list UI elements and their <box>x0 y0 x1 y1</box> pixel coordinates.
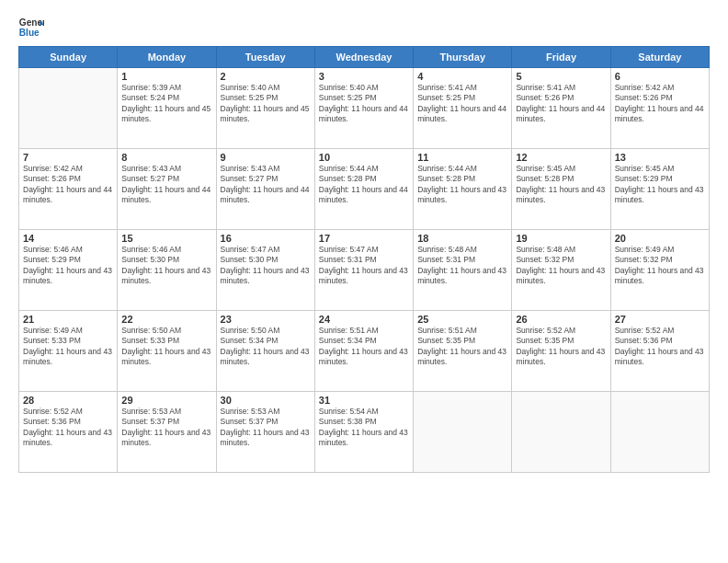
svg-text:Blue: Blue <box>19 28 40 38</box>
calendar-cell: 20Sunrise: 5:49 AMSunset: 5:32 PMDayligh… <box>610 230 709 311</box>
day-number: 8 <box>121 152 211 163</box>
day-number: 14 <box>23 233 113 244</box>
calendar-cell <box>610 392 709 473</box>
calendar-cell: 17Sunrise: 5:47 AMSunset: 5:31 PMDayligh… <box>314 230 413 311</box>
day-number: 4 <box>417 71 507 82</box>
day-number: 12 <box>516 152 606 163</box>
calendar-cell: 25Sunrise: 5:51 AMSunset: 5:35 PMDayligh… <box>414 311 512 392</box>
week-row-5: 28Sunrise: 5:52 AMSunset: 5:36 PMDayligh… <box>19 392 710 473</box>
column-header-monday: Monday <box>118 47 216 68</box>
calendar-cell: 9Sunrise: 5:43 AMSunset: 5:27 PMDaylight… <box>216 149 314 230</box>
calendar-cell: 14Sunrise: 5:46 AMSunset: 5:29 PMDayligh… <box>19 230 118 311</box>
calendar-cell: 11Sunrise: 5:44 AMSunset: 5:28 PMDayligh… <box>414 149 512 230</box>
calendar-cell: 30Sunrise: 5:53 AMSunset: 5:37 PMDayligh… <box>216 392 314 473</box>
day-info: Sunrise: 5:39 AMSunset: 5:24 PMDaylight:… <box>121 83 211 125</box>
day-info: Sunrise: 5:42 AMSunset: 5:26 PMDaylight:… <box>615 83 705 125</box>
day-info: Sunrise: 5:40 AMSunset: 5:25 PMDaylight:… <box>319 83 409 125</box>
calendar-header-row: SundayMondayTuesdayWednesdayThursdayFrid… <box>19 47 710 68</box>
calendar-cell: 18Sunrise: 5:48 AMSunset: 5:31 PMDayligh… <box>414 230 512 311</box>
day-number: 13 <box>615 152 705 163</box>
calendar-cell: 16Sunrise: 5:47 AMSunset: 5:30 PMDayligh… <box>216 230 314 311</box>
calendar-cell: 13Sunrise: 5:45 AMSunset: 5:29 PMDayligh… <box>610 149 709 230</box>
calendar-cell: 10Sunrise: 5:44 AMSunset: 5:28 PMDayligh… <box>314 149 413 230</box>
day-number: 31 <box>319 395 409 406</box>
column-header-sunday: Sunday <box>19 47 118 68</box>
day-info: Sunrise: 5:44 AMSunset: 5:28 PMDaylight:… <box>417 164 507 206</box>
day-number: 6 <box>615 71 705 82</box>
day-number: 11 <box>417 152 507 163</box>
logo-icon: General Blue <box>18 15 44 40</box>
column-header-tuesday: Tuesday <box>216 47 314 68</box>
calendar-cell: 22Sunrise: 5:50 AMSunset: 5:33 PMDayligh… <box>118 311 216 392</box>
day-number: 2 <box>221 71 311 82</box>
column-header-saturday: Saturday <box>610 47 709 68</box>
day-number: 28 <box>23 395 113 406</box>
calendar-cell: 12Sunrise: 5:45 AMSunset: 5:28 PMDayligh… <box>512 149 610 230</box>
week-row-1: 1Sunrise: 5:39 AMSunset: 5:24 PMDaylight… <box>19 68 710 149</box>
calendar-cell: 6Sunrise: 5:42 AMSunset: 5:26 PMDaylight… <box>610 68 709 149</box>
week-row-4: 21Sunrise: 5:49 AMSunset: 5:33 PMDayligh… <box>19 311 710 392</box>
day-number: 7 <box>23 152 113 163</box>
calendar-cell: 26Sunrise: 5:52 AMSunset: 5:35 PMDayligh… <box>512 311 610 392</box>
column-header-wednesday: Wednesday <box>314 47 413 68</box>
week-row-2: 7Sunrise: 5:42 AMSunset: 5:26 PMDaylight… <box>19 149 710 230</box>
header: General Blue <box>18 15 710 40</box>
logo: General Blue <box>18 15 46 40</box>
day-info: Sunrise: 5:47 AMSunset: 5:31 PMDaylight:… <box>319 245 409 287</box>
calendar-cell: 5Sunrise: 5:41 AMSunset: 5:26 PMDaylight… <box>512 68 610 149</box>
day-number: 19 <box>516 233 606 244</box>
calendar-cell: 3Sunrise: 5:40 AMSunset: 5:25 PMDaylight… <box>314 68 413 149</box>
day-info: Sunrise: 5:51 AMSunset: 5:35 PMDaylight:… <box>417 326 507 368</box>
calendar-cell: 23Sunrise: 5:50 AMSunset: 5:34 PMDayligh… <box>216 311 314 392</box>
calendar-cell <box>414 392 512 473</box>
calendar-cell: 8Sunrise: 5:43 AMSunset: 5:27 PMDaylight… <box>118 149 216 230</box>
day-info: Sunrise: 5:52 AMSunset: 5:36 PMDaylight:… <box>23 407 113 449</box>
day-info: Sunrise: 5:46 AMSunset: 5:30 PMDaylight:… <box>121 245 211 287</box>
day-number: 10 <box>319 152 409 163</box>
calendar-cell: 19Sunrise: 5:48 AMSunset: 5:32 PMDayligh… <box>512 230 610 311</box>
day-info: Sunrise: 5:50 AMSunset: 5:33 PMDaylight:… <box>121 326 211 368</box>
day-number: 29 <box>121 395 211 406</box>
day-info: Sunrise: 5:53 AMSunset: 5:37 PMDaylight:… <box>121 407 211 449</box>
day-number: 18 <box>417 233 507 244</box>
calendar-cell: 29Sunrise: 5:53 AMSunset: 5:37 PMDayligh… <box>118 392 216 473</box>
day-number: 27 <box>615 314 705 325</box>
day-number: 26 <box>516 314 606 325</box>
calendar-cell <box>512 392 610 473</box>
day-info: Sunrise: 5:49 AMSunset: 5:33 PMDaylight:… <box>23 326 113 368</box>
day-info: Sunrise: 5:45 AMSunset: 5:29 PMDaylight:… <box>615 164 705 206</box>
day-info: Sunrise: 5:51 AMSunset: 5:34 PMDaylight:… <box>319 326 409 368</box>
day-number: 3 <box>319 71 409 82</box>
day-info: Sunrise: 5:52 AMSunset: 5:35 PMDaylight:… <box>516 326 606 368</box>
day-number: 17 <box>319 233 409 244</box>
calendar-cell: 4Sunrise: 5:41 AMSunset: 5:25 PMDaylight… <box>414 68 512 149</box>
calendar-cell: 7Sunrise: 5:42 AMSunset: 5:26 PMDaylight… <box>19 149 118 230</box>
day-number: 1 <box>121 71 211 82</box>
day-number: 25 <box>417 314 507 325</box>
calendar-cell: 24Sunrise: 5:51 AMSunset: 5:34 PMDayligh… <box>314 311 413 392</box>
day-info: Sunrise: 5:45 AMSunset: 5:28 PMDaylight:… <box>516 164 606 206</box>
day-info: Sunrise: 5:43 AMSunset: 5:27 PMDaylight:… <box>221 164 311 206</box>
day-info: Sunrise: 5:50 AMSunset: 5:34 PMDaylight:… <box>221 326 311 368</box>
day-info: Sunrise: 5:44 AMSunset: 5:28 PMDaylight:… <box>319 164 409 206</box>
day-info: Sunrise: 5:54 AMSunset: 5:38 PMDaylight:… <box>319 407 409 449</box>
day-info: Sunrise: 5:41 AMSunset: 5:25 PMDaylight:… <box>417 83 507 125</box>
day-number: 22 <box>121 314 211 325</box>
calendar-cell <box>19 68 118 149</box>
day-number: 9 <box>221 152 311 163</box>
day-info: Sunrise: 5:48 AMSunset: 5:31 PMDaylight:… <box>417 245 507 287</box>
day-info: Sunrise: 5:42 AMSunset: 5:26 PMDaylight:… <box>23 164 113 206</box>
day-info: Sunrise: 5:53 AMSunset: 5:37 PMDaylight:… <box>221 407 311 449</box>
day-info: Sunrise: 5:43 AMSunset: 5:27 PMDaylight:… <box>121 164 211 206</box>
calendar-cell: 2Sunrise: 5:40 AMSunset: 5:25 PMDaylight… <box>216 68 314 149</box>
day-info: Sunrise: 5:40 AMSunset: 5:25 PMDaylight:… <box>221 83 311 125</box>
day-info: Sunrise: 5:48 AMSunset: 5:32 PMDaylight:… <box>516 245 606 287</box>
page: General Blue SundayMondayTuesdayWednesda… <box>0 0 728 563</box>
day-info: Sunrise: 5:52 AMSunset: 5:36 PMDaylight:… <box>615 326 705 368</box>
day-number: 30 <box>221 395 311 406</box>
day-info: Sunrise: 5:46 AMSunset: 5:29 PMDaylight:… <box>23 245 113 287</box>
day-number: 21 <box>23 314 113 325</box>
day-number: 16 <box>221 233 311 244</box>
calendar-cell: 1Sunrise: 5:39 AMSunset: 5:24 PMDaylight… <box>118 68 216 149</box>
day-number: 23 <box>221 314 311 325</box>
